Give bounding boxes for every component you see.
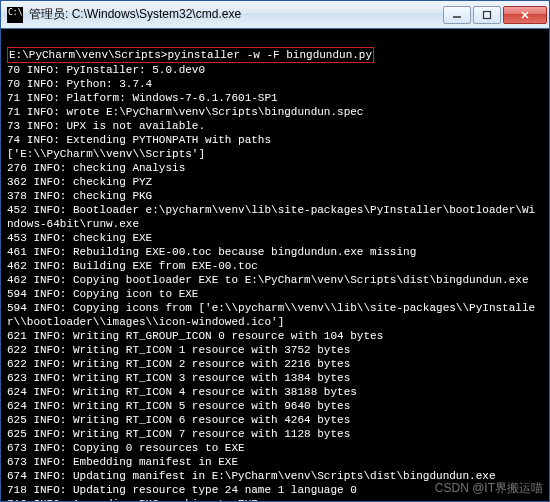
terminal-output[interactable]: E:\PyCharm\venv\Scripts>pyinstaller -w -… — [1, 29, 549, 501]
svg-rect-1 — [484, 11, 491, 18]
maximize-button[interactable] — [473, 6, 501, 24]
titlebar[interactable]: 管理员: C:\Windows\System32\cmd.exe — [1, 1, 549, 29]
command-line-highlight: E:\PyCharm\venv\Scripts>pyinstaller -w -… — [7, 47, 374, 63]
log-lines: 70 INFO: PyInstaller: 5.0.dev0 70 INFO: … — [7, 63, 543, 501]
cmd-window: 管理员: C:\Windows\System32\cmd.exe E:\PyCh… — [0, 0, 550, 502]
window-buttons — [443, 6, 547, 24]
blank-line — [7, 33, 543, 47]
cmd-icon — [7, 7, 23, 23]
window-title: 管理员: C:\Windows\System32\cmd.exe — [29, 6, 443, 23]
close-button[interactable] — [503, 6, 547, 24]
minimize-button[interactable] — [443, 6, 471, 24]
